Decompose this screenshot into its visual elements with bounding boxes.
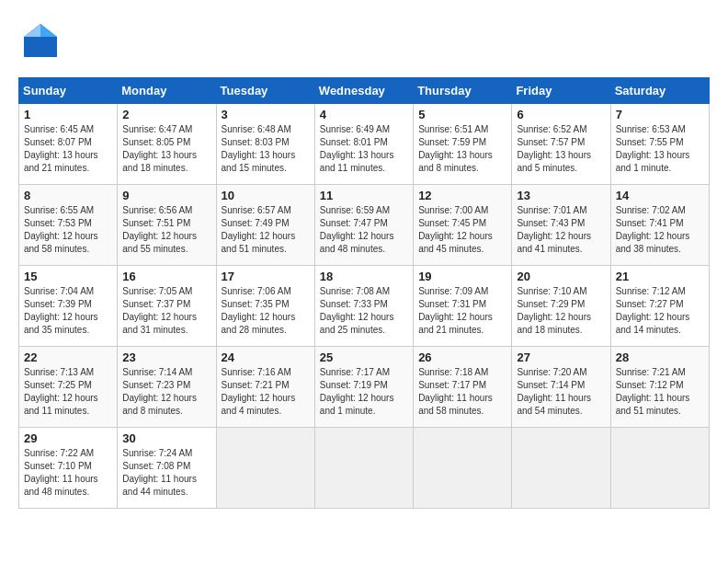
day-number: 1 bbox=[24, 108, 112, 121]
day-info: Sunrise: 7:21 AMSunset: 7:12 PMDaylight:… bbox=[616, 366, 704, 418]
day-info: Sunrise: 6:53 AMSunset: 7:55 PMDaylight:… bbox=[616, 123, 704, 175]
calendar-week-row: 29Sunrise: 7:22 AMSunset: 7:10 PMDayligh… bbox=[19, 428, 710, 509]
col-tuesday: Tuesday bbox=[216, 78, 314, 104]
calendar-week-row: 22Sunrise: 7:13 AMSunset: 7:25 PMDayligh… bbox=[19, 347, 710, 428]
day-number: 24 bbox=[222, 350, 310, 364]
day-number: 13 bbox=[517, 189, 605, 202]
calendar-day-cell: 28Sunrise: 7:21 AMSunset: 7:12 PMDayligh… bbox=[610, 347, 709, 428]
calendar-day-cell: 21Sunrise: 7:12 AMSunset: 7:27 PMDayligh… bbox=[610, 266, 709, 347]
day-info: Sunrise: 7:17 AMSunset: 7:19 PMDaylight:… bbox=[320, 366, 408, 418]
calendar-day-cell: 2Sunrise: 6:47 AMSunset: 8:05 PMDaylight… bbox=[118, 104, 216, 185]
calendar-day-cell: 9Sunrise: 6:56 AMSunset: 7:51 PMDaylight… bbox=[118, 185, 216, 266]
day-number: 18 bbox=[320, 270, 408, 283]
day-info: Sunrise: 7:12 AMSunset: 7:27 PMDaylight:… bbox=[616, 285, 704, 337]
calendar-week-row: 8Sunrise: 6:55 AMSunset: 7:53 PMDaylight… bbox=[19, 185, 710, 266]
calendar-day-cell bbox=[216, 428, 314, 509]
day-info: Sunrise: 7:08 AMSunset: 7:33 PMDaylight:… bbox=[320, 285, 408, 337]
day-number: 15 bbox=[24, 270, 112, 283]
calendar-header-row: Sunday Monday Tuesday Wednesday Thursday… bbox=[19, 78, 710, 104]
calendar-day-cell: 1Sunrise: 6:45 AMSunset: 8:07 PMDaylight… bbox=[19, 104, 118, 185]
day-info: Sunrise: 6:51 AMSunset: 7:59 PMDaylight:… bbox=[418, 123, 506, 175]
calendar-week-row: 15Sunrise: 7:04 AMSunset: 7:39 PMDayligh… bbox=[19, 266, 710, 347]
day-number: 23 bbox=[122, 350, 210, 364]
calendar-day-cell: 8Sunrise: 6:55 AMSunset: 7:53 PMDaylight… bbox=[19, 185, 118, 266]
calendar-day-cell: 20Sunrise: 7:10 AMSunset: 7:29 PMDayligh… bbox=[512, 266, 610, 347]
calendar-day-cell: 10Sunrise: 6:57 AMSunset: 7:49 PMDayligh… bbox=[216, 185, 314, 266]
day-number: 11 bbox=[320, 189, 408, 202]
day-number: 25 bbox=[320, 350, 408, 364]
calendar-day-cell: 7Sunrise: 6:53 AMSunset: 7:55 PMDaylight… bbox=[610, 104, 709, 185]
day-info: Sunrise: 7:18 AMSunset: 7:17 PMDaylight:… bbox=[418, 366, 506, 418]
day-number: 29 bbox=[24, 431, 112, 445]
calendar-day-cell: 14Sunrise: 7:02 AMSunset: 7:41 PMDayligh… bbox=[610, 185, 709, 266]
day-info: Sunrise: 7:10 AMSunset: 7:29 PMDaylight:… bbox=[517, 285, 605, 337]
day-number: 10 bbox=[222, 189, 310, 202]
day-info: Sunrise: 7:05 AMSunset: 7:37 PMDaylight:… bbox=[122, 285, 210, 337]
day-info: Sunrise: 6:49 AMSunset: 8:01 PMDaylight:… bbox=[320, 123, 408, 175]
day-info: Sunrise: 7:04 AMSunset: 7:39 PMDaylight:… bbox=[24, 285, 112, 337]
calendar-day-cell bbox=[314, 428, 413, 509]
day-number: 19 bbox=[418, 270, 506, 283]
col-saturday: Saturday bbox=[610, 78, 709, 104]
calendar-day-cell: 4Sunrise: 6:49 AMSunset: 8:01 PMDaylight… bbox=[314, 104, 413, 185]
calendar-day-cell: 25Sunrise: 7:17 AMSunset: 7:19 PMDayligh… bbox=[314, 347, 413, 428]
day-number: 2 bbox=[122, 108, 210, 121]
calendar-table: Sunday Monday Tuesday Wednesday Thursday… bbox=[18, 77, 710, 509]
day-number: 3 bbox=[222, 108, 310, 121]
day-info: Sunrise: 7:01 AMSunset: 7:43 PMDaylight:… bbox=[517, 204, 605, 256]
day-number: 8 bbox=[24, 189, 112, 202]
calendar-day-cell: 30Sunrise: 7:24 AMSunset: 7:08 PMDayligh… bbox=[118, 428, 216, 509]
day-number: 5 bbox=[418, 108, 506, 121]
day-number: 4 bbox=[320, 108, 408, 121]
day-info: Sunrise: 7:00 AMSunset: 7:45 PMDaylight:… bbox=[418, 204, 506, 256]
col-thursday: Thursday bbox=[414, 78, 512, 104]
calendar-day-cell bbox=[610, 428, 709, 509]
day-info: Sunrise: 6:57 AMSunset: 7:49 PMDaylight:… bbox=[222, 204, 310, 256]
day-info: Sunrise: 7:09 AMSunset: 7:31 PMDaylight:… bbox=[418, 285, 506, 337]
day-number: 9 bbox=[122, 189, 210, 202]
svg-marker-2 bbox=[24, 24, 40, 37]
calendar-day-cell bbox=[414, 428, 512, 509]
logo-icon bbox=[18, 18, 63, 63]
day-info: Sunrise: 7:02 AMSunset: 7:41 PMDaylight:… bbox=[616, 204, 704, 256]
page-header bbox=[18, 18, 710, 63]
calendar-day-cell: 15Sunrise: 7:04 AMSunset: 7:39 PMDayligh… bbox=[19, 266, 118, 347]
calendar-day-cell: 17Sunrise: 7:06 AMSunset: 7:35 PMDayligh… bbox=[216, 266, 314, 347]
col-sunday: Sunday bbox=[19, 78, 118, 104]
calendar-day-cell: 13Sunrise: 7:01 AMSunset: 7:43 PMDayligh… bbox=[512, 185, 610, 266]
calendar-day-cell: 26Sunrise: 7:18 AMSunset: 7:17 PMDayligh… bbox=[414, 347, 512, 428]
calendar-day-cell: 19Sunrise: 7:09 AMSunset: 7:31 PMDayligh… bbox=[414, 266, 512, 347]
calendar-day-cell: 5Sunrise: 6:51 AMSunset: 7:59 PMDaylight… bbox=[414, 104, 512, 185]
day-number: 7 bbox=[616, 108, 704, 121]
calendar-day-cell bbox=[512, 428, 610, 509]
calendar-day-cell: 16Sunrise: 7:05 AMSunset: 7:37 PMDayligh… bbox=[118, 266, 216, 347]
day-number: 17 bbox=[222, 270, 310, 283]
day-number: 30 bbox=[122, 431, 210, 445]
day-info: Sunrise: 6:55 AMSunset: 7:53 PMDaylight:… bbox=[24, 204, 112, 256]
day-number: 20 bbox=[517, 270, 605, 283]
day-number: 16 bbox=[122, 270, 210, 283]
col-wednesday: Wednesday bbox=[314, 78, 413, 104]
calendar-day-cell: 29Sunrise: 7:22 AMSunset: 7:10 PMDayligh… bbox=[19, 428, 118, 509]
calendar-day-cell: 27Sunrise: 7:20 AMSunset: 7:14 PMDayligh… bbox=[512, 347, 610, 428]
calendar-week-row: 1Sunrise: 6:45 AMSunset: 8:07 PMDaylight… bbox=[19, 104, 710, 185]
day-info: Sunrise: 7:22 AMSunset: 7:10 PMDaylight:… bbox=[24, 447, 112, 499]
day-info: Sunrise: 7:13 AMSunset: 7:25 PMDaylight:… bbox=[24, 366, 112, 418]
day-number: 12 bbox=[418, 189, 506, 202]
day-number: 21 bbox=[616, 270, 704, 283]
day-info: Sunrise: 6:48 AMSunset: 8:03 PMDaylight:… bbox=[222, 123, 310, 175]
day-info: Sunrise: 6:45 AMSunset: 8:07 PMDaylight:… bbox=[24, 123, 112, 175]
day-info: Sunrise: 6:47 AMSunset: 8:05 PMDaylight:… bbox=[122, 123, 210, 175]
day-number: 26 bbox=[418, 350, 506, 364]
day-info: Sunrise: 6:52 AMSunset: 7:57 PMDaylight:… bbox=[517, 123, 605, 175]
calendar-day-cell: 22Sunrise: 7:13 AMSunset: 7:25 PMDayligh… bbox=[19, 347, 118, 428]
day-number: 6 bbox=[517, 108, 605, 121]
day-number: 27 bbox=[517, 350, 605, 364]
day-info: Sunrise: 6:56 AMSunset: 7:51 PMDaylight:… bbox=[122, 204, 210, 256]
day-info: Sunrise: 7:24 AMSunset: 7:08 PMDaylight:… bbox=[122, 447, 210, 499]
calendar-day-cell: 3Sunrise: 6:48 AMSunset: 8:03 PMDaylight… bbox=[216, 104, 314, 185]
day-info: Sunrise: 7:06 AMSunset: 7:35 PMDaylight:… bbox=[222, 285, 310, 337]
day-number: 14 bbox=[616, 189, 704, 202]
calendar-day-cell: 11Sunrise: 6:59 AMSunset: 7:47 PMDayligh… bbox=[314, 185, 413, 266]
calendar-day-cell: 18Sunrise: 7:08 AMSunset: 7:33 PMDayligh… bbox=[314, 266, 413, 347]
